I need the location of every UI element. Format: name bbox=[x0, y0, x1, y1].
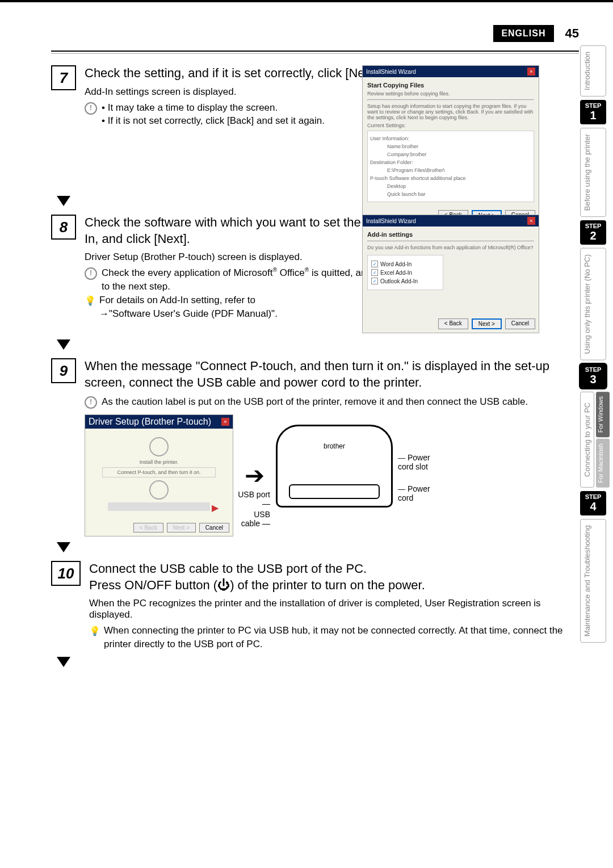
dialog-title: Driver Setup (Brother P-touch) bbox=[89, 417, 211, 427]
step-badge-4[interactable]: STEP4 bbox=[580, 491, 606, 515]
tab-using-only[interactable]: Using only this printer (No PC) bbox=[580, 248, 606, 360]
back-button: < Back bbox=[133, 523, 163, 532]
label-power-cord: — Power cord bbox=[398, 484, 435, 502]
cancel-button[interactable]: Cancel bbox=[199, 523, 229, 532]
value: E:\Program Files\Brother\ bbox=[370, 167, 531, 173]
side-nav: Introduction STEP1 Before using the prin… bbox=[580, 45, 606, 643]
close-icon[interactable]: × bbox=[527, 217, 535, 225]
step-number: 10 bbox=[51, 561, 81, 586]
subtab-windows[interactable]: For Windows bbox=[596, 392, 610, 437]
wizard-screenshot-7: InstallShield Wizard× Start Copying File… bbox=[362, 65, 539, 225]
label: Current Settings: bbox=[367, 123, 534, 128]
label: Install the printer. bbox=[91, 459, 227, 465]
cancel-button[interactable]: Cancel bbox=[505, 318, 535, 329]
step-badge-1[interactable]: STEP1 bbox=[580, 100, 606, 124]
step-desc: Add-In settings screen is displayed. bbox=[85, 86, 392, 98]
info-icon: ! bbox=[85, 102, 97, 115]
label: P-touch Software shortcut additional pla… bbox=[370, 175, 531, 181]
close-icon[interactable]: × bbox=[527, 68, 535, 76]
tab-introduction[interactable]: Introduction bbox=[580, 45, 606, 97]
info-icon: ! bbox=[85, 267, 97, 280]
bullet-text: As the caution label is put on the USB p… bbox=[102, 395, 528, 409]
label: User Information: bbox=[370, 136, 531, 141]
page-number: 45 bbox=[565, 26, 579, 41]
value: Company:brother bbox=[370, 152, 531, 157]
brand-label: brother bbox=[278, 442, 391, 450]
label: Destination Folder: bbox=[370, 160, 531, 165]
checkbox-word[interactable]: ✓Word Add-In bbox=[371, 261, 439, 267]
back-button[interactable]: < Back bbox=[438, 318, 468, 329]
arrow-down-icon bbox=[57, 657, 70, 667]
dialog-heading: Start Copying Files bbox=[367, 82, 534, 89]
tab-before-using[interactable]: Before using the printer bbox=[580, 128, 606, 217]
step-title: When the message "Connect P-touch, and t… bbox=[85, 358, 579, 391]
language-tag: ENGLISH bbox=[493, 25, 553, 42]
step-title: Check the software with which you want t… bbox=[85, 215, 392, 247]
label-power-slot: — Power cord slot bbox=[398, 453, 435, 471]
dialog-paragraph: Setup has enough information to start co… bbox=[367, 103, 534, 120]
printer-diagram: brother — Power cord slot — Power cord U… bbox=[276, 425, 435, 527]
tab-connecting-pc[interactable]: Connecting to your PC bbox=[580, 392, 594, 488]
dialog-message: Connect P-touch, and then turn it on. bbox=[102, 467, 216, 477]
arrow-down-icon bbox=[57, 542, 70, 552]
step-number: 9 bbox=[51, 358, 76, 383]
close-icon[interactable]: × bbox=[221, 418, 229, 426]
header-divider bbox=[51, 51, 579, 54]
tab-maintenance[interactable]: Maintenance and Troubleshooting bbox=[580, 519, 606, 643]
bullet-text: →"Software User's Guide (PDF Manual)". bbox=[99, 307, 278, 321]
checkbox-outlook[interactable]: ✓Outlook Add-In bbox=[371, 278, 439, 284]
label-usb-cable: USB cable — bbox=[236, 510, 270, 528]
label-usb-port: USB port — bbox=[236, 490, 270, 508]
dialog-subtext: Review settings before copying files. bbox=[367, 91, 534, 97]
arrow-down-icon bbox=[57, 196, 70, 206]
dialog-question: Do you use Add-in functions from each ap… bbox=[367, 245, 534, 250]
lightbulb-icon: 💡 bbox=[85, 295, 95, 307]
step-number: 7 bbox=[51, 65, 76, 90]
bullet-text: • If it is not set correctly, click [Bac… bbox=[102, 114, 325, 128]
step-number: 8 bbox=[51, 215, 76, 240]
info-icon: ! bbox=[85, 396, 97, 409]
wizard-screenshot-8: InstallShield Wizard× Add-in settings Do… bbox=[362, 215, 539, 333]
lightbulb-icon: 💡 bbox=[89, 625, 99, 638]
dialog-title: InstallShield Wizard bbox=[366, 218, 416, 224]
arrow-down-icon bbox=[57, 339, 70, 350]
value: Name:brother bbox=[370, 144, 531, 149]
step-title: Connect the USB cable to the USB port of… bbox=[89, 561, 579, 593]
dialog-heading: Add-in settings bbox=[367, 231, 534, 238]
driver-setup-screenshot: Driver Setup (Brother P-touch)× Install … bbox=[85, 414, 233, 536]
next-button[interactable]: Next > bbox=[472, 318, 502, 329]
value: Quick launch bar bbox=[370, 191, 531, 197]
step-badge-3[interactable]: STEP3 bbox=[580, 364, 606, 388]
checkbox-excel[interactable]: ✓Excel Add-In bbox=[371, 269, 439, 276]
dialog-title: InstallShield Wizard bbox=[366, 69, 416, 75]
bullet-text: • It may take a time to display the scre… bbox=[102, 101, 325, 115]
bullet-text: Check the every application of Microsoft… bbox=[102, 266, 392, 293]
step-badge-2[interactable]: STEP2 bbox=[580, 220, 606, 245]
next-button: Next > bbox=[167, 523, 196, 532]
bullet-text: For details on Add-In setting, refer to bbox=[99, 293, 278, 307]
bullet-text: When connecting the printer to PC via US… bbox=[104, 624, 579, 651]
step-desc: Driver Setup (Brother P-touch) screen is… bbox=[85, 251, 392, 263]
step-title: Check the setting, and if it is set corr… bbox=[85, 65, 392, 82]
subtab-macintosh[interactable]: For Macintosh bbox=[596, 439, 610, 488]
step-desc: When the PC recognizes the printer and t… bbox=[89, 598, 579, 620]
arrow-right-icon: ➔ bbox=[245, 462, 264, 489]
value: Desktop bbox=[370, 183, 531, 189]
